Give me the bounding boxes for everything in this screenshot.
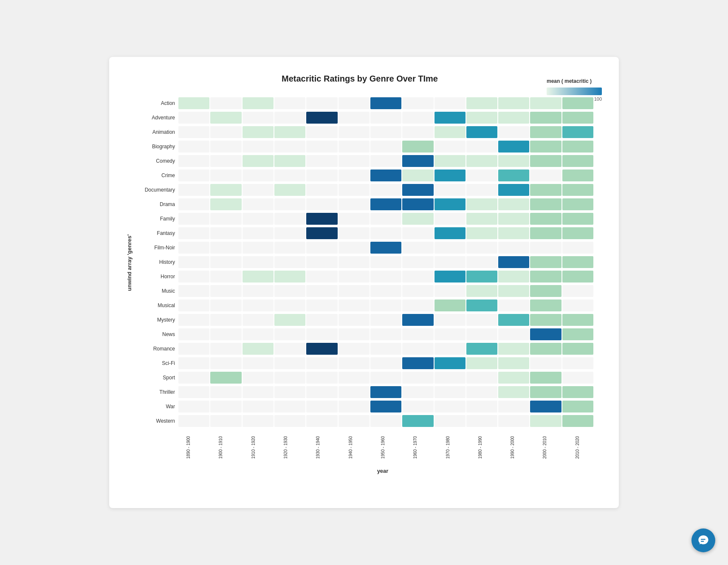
- heatmap-cell: [178, 141, 209, 153]
- row-label: Crime: [136, 172, 178, 178]
- heatmap-cell: [562, 227, 593, 239]
- heatmap-cell: [498, 415, 529, 427]
- heatmap-cell: [370, 386, 401, 398]
- row-cells: [178, 97, 593, 109]
- heatmap-cell: [435, 343, 466, 355]
- grid-row: Animation: [136, 125, 593, 139]
- heatmap-cell: [402, 285, 433, 297]
- heatmap-cell: [306, 141, 337, 153]
- heatmap-cell: [210, 184, 241, 196]
- heatmap-cell: [466, 112, 497, 124]
- heatmap-cell: [435, 170, 466, 181]
- heatmap-cell: [435, 299, 466, 311]
- heatmap-cell: [466, 299, 497, 311]
- x-axis-label: 2000 - 2010: [528, 430, 561, 464]
- row-cells: [178, 112, 593, 124]
- heatmap-cell: [370, 285, 401, 297]
- heatmap-cell: [402, 112, 433, 124]
- heatmap-cell: [274, 415, 305, 427]
- heatmap-cell: [435, 386, 466, 398]
- heatmap-cell: [402, 401, 433, 412]
- heatmap-cell: [210, 97, 241, 109]
- heatmap-cell: [243, 126, 274, 138]
- heatmap-cell: [466, 227, 497, 239]
- heatmap-cell: [339, 97, 370, 109]
- heatmap-cell: [274, 213, 305, 225]
- heatmap-cell: [243, 141, 274, 153]
- heatmap-cell: [306, 198, 337, 210]
- heatmap-cell: [210, 155, 241, 167]
- heatmap-cell: [274, 227, 305, 239]
- heatmap-cell: [402, 256, 433, 268]
- heatmap-cell: [243, 97, 274, 109]
- row-label: Musical: [136, 302, 178, 308]
- x-axis-label: 1990 - 2000: [496, 430, 528, 464]
- heatmap-cell: [274, 170, 305, 181]
- row-cells: [178, 227, 593, 239]
- heatmap-cell: [306, 170, 337, 181]
- heatmap-cell: [466, 184, 497, 196]
- heatmap-cell: [530, 112, 561, 124]
- heatmap-cell: [562, 357, 593, 369]
- heatmap-cell: [243, 285, 274, 297]
- heatmap-cell: [274, 242, 305, 254]
- heatmap-cell: [274, 112, 305, 124]
- heatmap-cell: [370, 141, 401, 153]
- heatmap-cell: [498, 112, 529, 124]
- heatmap-cell: [370, 97, 401, 109]
- heatmap-cell: [210, 170, 241, 181]
- heatmap-cell: [402, 242, 433, 254]
- heatmap-cell: [435, 155, 466, 167]
- heatmap-cell: [402, 170, 433, 181]
- heatmap-cell: [562, 141, 593, 153]
- heatmap-cell: [243, 242, 274, 254]
- heatmap-cell: [243, 256, 274, 268]
- heatmap-cell: [402, 357, 433, 369]
- row-label: News: [136, 331, 178, 337]
- heatmap-cell: [339, 155, 370, 167]
- heatmap-cell: [339, 415, 370, 427]
- heatmap-cell: [178, 314, 209, 326]
- heatmap-cell: [402, 155, 433, 167]
- heatmap-cell: [530, 415, 561, 427]
- heatmap-cell: [370, 415, 401, 427]
- row-cells: [178, 126, 593, 138]
- heatmap-cell: [466, 170, 497, 181]
- heatmap-cell: [339, 126, 370, 138]
- heatmap-cell: [370, 372, 401, 384]
- legend-max: 100: [594, 96, 602, 102]
- row-label: Western: [136, 418, 178, 424]
- heatmap-cell: [243, 112, 274, 124]
- row-cells: [178, 343, 593, 355]
- heatmap-cell: [243, 415, 274, 427]
- heatmap-cell: [562, 112, 593, 124]
- grid-row: Family: [136, 212, 593, 226]
- heatmap-cell: [562, 155, 593, 167]
- grid-wrapper: ActionAdventureAnimationBiographyComedyC…: [136, 96, 593, 429]
- x-axis-title: year: [172, 468, 593, 474]
- heatmap-cell: [178, 97, 209, 109]
- heatmap-cell: [498, 299, 529, 311]
- heatmap-cell: [370, 314, 401, 326]
- heatmap-cell: [370, 213, 401, 225]
- heatmap-cell: [339, 372, 370, 384]
- heatmap-cell: [178, 227, 209, 239]
- heatmap-cell: [498, 372, 529, 384]
- heatmap-cell: [498, 170, 529, 181]
- row-label: Music: [136, 288, 178, 294]
- heatmap-cell: [339, 328, 370, 340]
- row-cells: [178, 386, 593, 398]
- heatmap-cell: [370, 256, 401, 268]
- heatmap-cell: [562, 242, 593, 254]
- heatmap-cell: [339, 386, 370, 398]
- heatmap-cell: [530, 170, 561, 181]
- heatmap-cell: [339, 299, 370, 311]
- chart-title: Metacritic Ratings by Genre Over TIme: [126, 74, 593, 84]
- heatmap-cell: [466, 401, 497, 412]
- heatmap-cell: [435, 198, 466, 210]
- heatmap-cell: [498, 184, 529, 196]
- heatmap-cell: [339, 271, 370, 282]
- heatmap-cell: [274, 357, 305, 369]
- heatmap-cell: [243, 184, 274, 196]
- chat-button[interactable]: [691, 528, 715, 552]
